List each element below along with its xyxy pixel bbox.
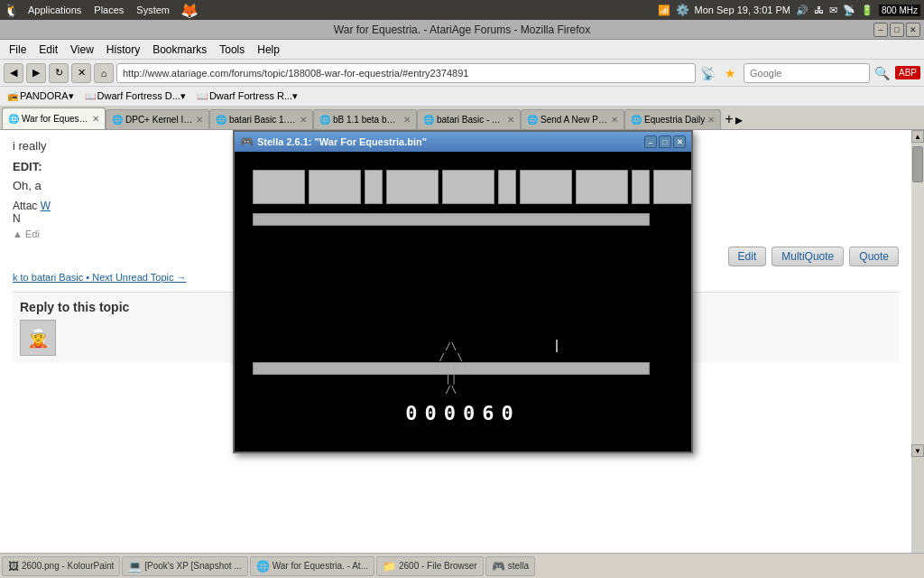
- tab-favicon-1: 🌐: [112, 115, 123, 125]
- tab-label-1: DPC+ Kernel In...: [125, 115, 193, 125]
- help-menu[interactable]: Help: [252, 42, 285, 58]
- edit-menu[interactable]: Edit: [33, 42, 63, 58]
- tab-batari-basic-1[interactable]: 🌐 batari Basic 1.1... ✕: [209, 109, 313, 129]
- tab-favicon-5: 🌐: [527, 115, 538, 125]
- stop-button[interactable]: ✕: [71, 63, 91, 83]
- edit-button[interactable]: Edit: [728, 247, 767, 266]
- filebrowser-label: 2600 - File Browser: [399, 561, 477, 571]
- tab-favicon-0: 🌐: [8, 114, 19, 124]
- search-button[interactable]: 🔍: [873, 63, 892, 83]
- applications-menu[interactable]: Applications: [24, 3, 85, 17]
- dwarf-fortress-r-bookmark[interactable]: 📖Dwarf Fortress R...▾: [193, 89, 301, 103]
- back-link[interactable]: k to batari Basic • Next Unread Topic →: [13, 272, 187, 283]
- file-menu[interactable]: File: [4, 42, 32, 58]
- search-input[interactable]: [744, 63, 870, 83]
- stella-icon: 🎮: [240, 135, 254, 148]
- tab-label-2: batari Basic 1.1...: [229, 115, 297, 125]
- firefox-title: War for Equestria. - AtariAge Forums - M…: [334, 23, 590, 36]
- edit-label: EDIT:: [13, 160, 42, 173]
- volume-icon: 🔊: [796, 5, 808, 16]
- tab-close-4[interactable]: ✕: [507, 115, 514, 125]
- close-button[interactable]: ✕: [906, 23, 920, 37]
- attach-link[interactable]: W: [41, 200, 51, 212]
- taskbar-filebrowser[interactable]: 📁 2600 - File Browser: [376, 556, 484, 576]
- page-scrollbar[interactable]: ▲ ▼: [911, 130, 924, 553]
- bookmarks-menu[interactable]: Bookmarks: [147, 42, 212, 58]
- back-button[interactable]: ◀: [4, 63, 23, 83]
- firefox-titlebar: War for Equestria. - AtariAge Forums - M…: [0, 20, 924, 40]
- stella-screen: /\ / \ / || \ || /\ 000060: [235, 152, 691, 452]
- taskbar-atariage[interactable]: 🌐 War for Equestria. - At...: [250, 556, 374, 576]
- tools-menu[interactable]: Tools: [214, 42, 250, 58]
- taskbar-kolourpaint[interactable]: 🖼 2600.png - KolourPaint: [2, 556, 120, 576]
- tab-close-6[interactable]: ✕: [707, 115, 715, 125]
- scroll-down-arrow[interactable]: ▼: [911, 444, 924, 457]
- view-menu[interactable]: View: [65, 42, 99, 58]
- page-area: i really EDIT: Oh, a k.....so i dub him …: [0, 130, 911, 553]
- multiquote-button[interactable]: MultiQuote: [772, 247, 844, 266]
- tab-favicon-2: 🌐: [216, 115, 226, 125]
- adblock-button[interactable]: ABP: [895, 66, 920, 79]
- pooks-icon: 💻: [128, 560, 142, 573]
- tab-close-2[interactable]: ✕: [300, 115, 307, 125]
- minimize-button[interactable]: –: [873, 23, 888, 37]
- dwarf-fortress-d-bookmark[interactable]: 📖Dwarf Fortress D...▾: [81, 89, 189, 103]
- kolourpaint-icon: 🖼: [8, 560, 19, 573]
- places-menu[interactable]: Places: [90, 3, 127, 17]
- taskbar-stella[interactable]: 🎮 stella: [485, 556, 535, 576]
- tab-send-private[interactable]: 🌐 Send A New Pri... ✕: [521, 109, 624, 129]
- reply-avatar: 🧝: [20, 320, 56, 356]
- tab-label-4: batari Basic - At...: [437, 115, 504, 125]
- tabs-bar: 🌐 War for Equestr... ✕ 🌐 DPC+ Kernel In.…: [0, 107, 924, 130]
- system-menu[interactable]: System: [133, 3, 173, 17]
- firefox-icon: 🌐: [256, 560, 270, 573]
- kolourpaint-label: 2600.png - KolourPaint: [22, 561, 114, 571]
- firefox-menubar: File Edit View History Bookmarks Tools H…: [0, 40, 924, 60]
- rss-feed-button[interactable]: 📡: [698, 63, 718, 83]
- signal-icon: 📶: [658, 5, 670, 16]
- stella-taskbar-label: stella: [508, 561, 529, 571]
- battery-icon: 🔋: [861, 5, 873, 16]
- tab-bb-beta[interactable]: 🌐 bB 1.1 beta buil... ✕: [313, 109, 417, 129]
- tab-favicon-3: 🌐: [319, 115, 330, 125]
- scrollbar-thumb[interactable]: [912, 146, 923, 182]
- tab-batari-basic-2[interactable]: 🌐 batari Basic - At... ✕: [417, 109, 521, 129]
- stella-title: Stella 2.6.1: "War For Equestria.bin": [257, 136, 427, 147]
- tab-label-0: War for Equestr...: [22, 114, 89, 124]
- stella-minimize[interactable]: –: [644, 135, 657, 148]
- tab-close-3[interactable]: ✕: [403, 115, 411, 125]
- taskbar-pooks-xp[interactable]: 💻 [Pook's XP [Snapshot ...: [122, 556, 247, 576]
- history-menu[interactable]: History: [101, 42, 145, 58]
- tab-war-equestria[interactable]: 🌐 War for Equestr... ✕: [2, 107, 106, 129]
- tab-close-0[interactable]: ✕: [92, 114, 99, 124]
- tab-close-5[interactable]: ✕: [611, 115, 618, 125]
- rss-icon: 📡: [843, 5, 855, 16]
- stella-close[interactable]: ✕: [673, 135, 686, 148]
- refresh-button[interactable]: ↻: [49, 63, 69, 83]
- forward-button[interactable]: ▶: [26, 63, 46, 83]
- home-button[interactable]: ⌂: [94, 63, 114, 83]
- top-menubar: 🐧 Applications Places System 🦊 📶 ⚙️ Mon …: [0, 0, 924, 20]
- maximize-button[interactable]: □: [890, 23, 904, 37]
- stella-window: 🎮 Stella 2.6.1: "War For Equestria.bin" …: [233, 130, 693, 453]
- main-content: i really EDIT: Oh, a k.....so i dub him …: [0, 130, 924, 553]
- pandora-bookmark[interactable]: 📻PANDORA▾: [4, 89, 78, 103]
- cpu-label: 800 MHz: [879, 5, 920, 16]
- tab-label-5: Send A New Pri...: [541, 115, 608, 125]
- tab-dpc-kernel[interactable]: 🌐 DPC+ Kernel In... ✕: [106, 109, 209, 129]
- scroll-up-arrow[interactable]: ▲: [911, 130, 924, 143]
- score-display: 000060: [405, 402, 520, 424]
- quote-button[interactable]: Quote: [849, 247, 899, 266]
- tab-equestria-daily[interactable]: 🌐 Equestria Daily ✕: [624, 109, 721, 129]
- stella-maximize[interactable]: □: [659, 135, 671, 148]
- tab-close-1[interactable]: ✕: [196, 115, 203, 125]
- tab-label-6: Equestria Daily: [644, 115, 705, 125]
- bookmark-star[interactable]: ★: [721, 63, 741, 83]
- pooks-label: [Pook's XP [Snapshot ...: [144, 561, 241, 571]
- tab-favicon-6: 🌐: [631, 115, 642, 125]
- stella-taskbar-icon: 🎮: [492, 560, 505, 573]
- new-tab-button[interactable]: +: [725, 111, 733, 127]
- bookmarks-bar: 📻PANDORA▾ 📖Dwarf Fortress D...▾ 📖Dwarf F…: [0, 87, 924, 107]
- tab-scroll-button[interactable]: ▸: [735, 111, 743, 128]
- url-bar[interactable]: [116, 63, 696, 83]
